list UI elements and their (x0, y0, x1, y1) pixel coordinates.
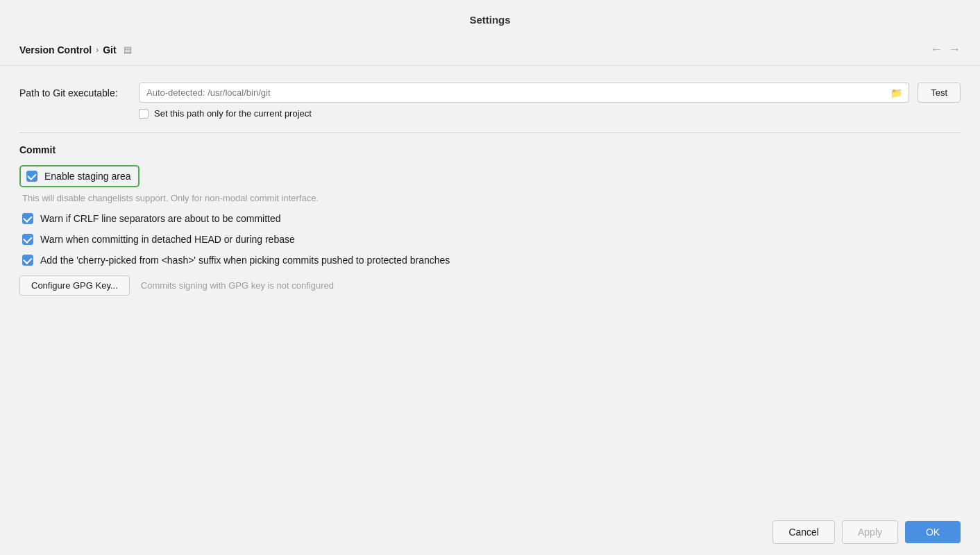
apply-button[interactable]: Apply (842, 520, 898, 544)
staging-area-highlight: Enable staging area (19, 165, 140, 187)
current-project-row: Set this path only for the current proje… (139, 108, 961, 119)
cancel-button[interactable]: Cancel (772, 520, 835, 544)
cherry-pick-checkbox[interactable] (22, 255, 33, 266)
settings-dialog: Settings Version Control › Git ▤ ← → Pat… (0, 0, 980, 555)
commit-section-title: Commit (19, 144, 961, 155)
staging-area-label: Enable staging area (44, 171, 131, 182)
configure-gpg-button[interactable]: Configure GPG Key... (19, 275, 130, 296)
breadcrumb-chevron-icon: › (96, 45, 99, 55)
ok-button[interactable]: OK (905, 521, 961, 543)
warn-crlf-label: Warn if CRLF line separators are about t… (40, 213, 281, 224)
dialog-footer: Cancel Apply OK (0, 509, 980, 555)
back-arrow-icon[interactable]: ← (930, 42, 943, 57)
cherry-pick-label: Add the 'cherry-picked from <hash>' suff… (40, 255, 450, 266)
breadcrumb-bar: Version Control › Git ▤ ← → (0, 37, 980, 66)
staging-area-wrapper: Enable staging area (19, 165, 961, 190)
warn-detached-checkbox[interactable] (22, 234, 33, 245)
breadcrumb-version-control[interactable]: Version Control (19, 44, 92, 56)
cherry-pick-row: Add the 'cherry-picked from <hash>' suff… (19, 255, 961, 266)
current-project-checkbox[interactable] (139, 109, 149, 119)
browse-folder-button[interactable]: 📁 (889, 86, 904, 100)
layout-icon[interactable]: ▤ (124, 44, 132, 55)
warn-crlf-row: Warn if CRLF line separators are about t… (19, 213, 961, 224)
settings-content: Path to Git executable: 📁 Test Set this … (0, 66, 980, 509)
git-path-row: Path to Git executable: 📁 Test (19, 83, 961, 103)
warn-crlf-checkbox[interactable] (22, 213, 33, 224)
git-path-input[interactable] (139, 83, 909, 103)
breadcrumb-git[interactable]: Git (103, 44, 116, 56)
gpg-row: Configure GPG Key... Commits signing wit… (19, 275, 961, 296)
commit-divider (19, 133, 961, 133)
staging-area-checkbox[interactable] (26, 171, 37, 182)
warn-detached-row: Warn when committing in detached HEAD or… (19, 234, 961, 245)
gpg-status-text: Commits signing with GPG key is not conf… (141, 280, 334, 291)
warn-detached-label: Warn when committing in detached HEAD or… (40, 234, 295, 245)
git-path-label: Path to Git executable: (19, 87, 130, 99)
test-button[interactable]: Test (918, 83, 961, 103)
dialog-title: Settings (0, 0, 980, 37)
staging-area-hint: This will disable changelists support. O… (22, 193, 961, 203)
forward-arrow-icon[interactable]: → (948, 42, 961, 57)
git-path-input-wrapper: 📁 (139, 83, 909, 103)
current-project-label: Set this path only for the current proje… (154, 108, 312, 119)
nav-arrows: ← → (930, 42, 961, 57)
